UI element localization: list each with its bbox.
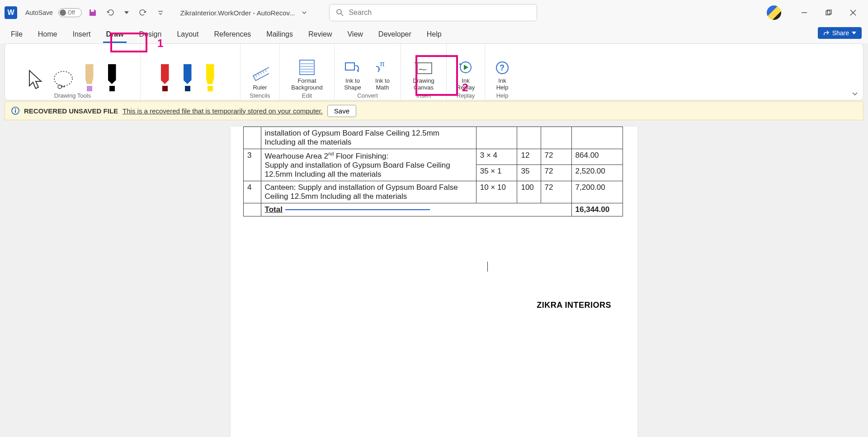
- cell-total-label[interactable]: Total: [261, 203, 571, 216]
- cell-rate[interactable]: [541, 127, 571, 149]
- cell-amt[interactable]: 864.00: [571, 149, 623, 165]
- cell-desc[interactable]: Canteen: Supply and installation of Gyps…: [261, 181, 476, 203]
- svg-point-27: [15, 108, 16, 109]
- tab-layout[interactable]: Layout: [175, 28, 200, 41]
- cell-rate[interactable]: 72: [541, 149, 571, 165]
- svg-rect-13: [300, 60, 314, 75]
- page-lines-icon: [298, 59, 316, 75]
- window-minimize[interactable]: [794, 4, 815, 22]
- save-button[interactable]: [87, 7, 98, 18]
- chevron-down-icon: [852, 31, 856, 35]
- pen-blue[interactable]: [179, 52, 197, 91]
- callout-number-2: 2: [462, 81, 468, 94]
- share-button[interactable]: Share: [818, 27, 862, 39]
- callout-number-1: 1: [157, 37, 163, 50]
- svg-text:π: π: [380, 60, 385, 68]
- msgbar-text[interactable]: This is a recovered file that is tempora…: [123, 107, 323, 115]
- info-icon: [11, 107, 19, 115]
- company-name[interactable]: ZIKRA INTERIORS: [243, 301, 625, 310]
- pen-black[interactable]: [103, 52, 121, 91]
- format-background-button[interactable]: Format Background: [285, 52, 329, 91]
- svg-rect-28: [15, 110, 16, 113]
- ink-to-shape-button[interactable]: Ink to Shape: [340, 52, 365, 91]
- title-bar: W AutoSave Off ZikraInterior.WorkOrder -…: [0, 0, 868, 25]
- svg-line-9: [258, 74, 259, 76]
- ink-to-math-button[interactable]: π Ink to Math: [370, 52, 395, 91]
- search-box[interactable]: Search: [329, 4, 537, 21]
- ruler-icon: [251, 64, 269, 82]
- tab-home[interactable]: Home: [36, 28, 59, 41]
- group-label-edit: Edit: [302, 92, 312, 99]
- undo-dropdown[interactable]: [123, 7, 130, 18]
- group-label-convert: Convert: [357, 92, 378, 99]
- window-restore[interactable]: [818, 4, 839, 22]
- cell-amt[interactable]: 7,200.00: [571, 181, 623, 203]
- lasso-tool[interactable]: [51, 52, 76, 91]
- window-close[interactable]: [843, 4, 863, 22]
- work-order-table[interactable]: installation of Gypsum Board False Ceili…: [243, 127, 623, 216]
- tab-developer[interactable]: Developer: [377, 28, 413, 41]
- cell-no[interactable]: 4: [244, 181, 261, 203]
- cell-desc[interactable]: Wearhouse Area 2nd Floor Finishing: Supp…: [261, 149, 476, 181]
- tab-view[interactable]: View: [345, 28, 364, 41]
- pen-red[interactable]: [156, 52, 174, 91]
- group-label-help: Help: [496, 92, 509, 99]
- cell-rate[interactable]: 72: [541, 165, 571, 181]
- tab-help[interactable]: Help: [425, 28, 443, 41]
- autosave-state: Off: [68, 9, 75, 16]
- autosave-toggle[interactable]: Off: [58, 8, 82, 17]
- user-avatar[interactable]: [767, 5, 781, 20]
- search-icon: [336, 9, 344, 17]
- cell-dim[interactable]: [476, 127, 517, 149]
- drawing-canvas-button[interactable]: Drawing Canvas: [406, 52, 441, 91]
- cell-qty[interactable]: [517, 127, 541, 149]
- svg-line-11: [263, 71, 264, 73]
- svg-point-5: [54, 71, 72, 86]
- tab-references[interactable]: References: [212, 28, 253, 41]
- cell-amt[interactable]: [571, 127, 623, 149]
- pen-tan-highlighter[interactable]: [80, 52, 99, 91]
- cell-no[interactable]: [244, 127, 261, 149]
- svg-rect-18: [345, 63, 354, 70]
- tab-file[interactable]: File: [9, 28, 24, 41]
- cell-no[interactable]: [244, 203, 261, 216]
- tab-insert[interactable]: Insert: [71, 28, 92, 41]
- cell-amt[interactable]: 2,520.00: [571, 165, 623, 181]
- msgbar-save-button[interactable]: Save: [327, 105, 356, 117]
- pen-yellow-highlighter[interactable]: [201, 52, 219, 91]
- tab-draw[interactable]: Draw: [104, 28, 125, 41]
- cell-dim[interactable]: 10 × 10: [476, 181, 517, 203]
- title-dropdown-icon[interactable]: [301, 9, 307, 16]
- recovered-file-bar: RECOVERED UNSAVED FILE This is a recover…: [5, 101, 863, 120]
- cell-qty[interactable]: 35: [517, 165, 541, 181]
- cell-qty[interactable]: 12: [517, 149, 541, 165]
- svg-rect-4: [827, 10, 831, 14]
- help-icon: ?: [495, 60, 510, 75]
- redo-button[interactable]: [137, 7, 148, 18]
- select-tool[interactable]: [24, 52, 46, 91]
- ribbon: Drawing Tools Ruler Stencils: [5, 43, 863, 100]
- document-area: installation of Gypsum Board False Ceili…: [0, 120, 868, 437]
- cell-qty[interactable]: 100: [517, 181, 541, 203]
- search-placeholder: Search: [349, 9, 372, 17]
- cell-desc[interactable]: installation of Gypsum Board False Ceili…: [261, 127, 476, 149]
- document-title: ZikraInterior.WorkOrder - AutoRecov...: [180, 9, 295, 17]
- cell-total-amount[interactable]: 16,344.00: [571, 203, 623, 216]
- tab-review[interactable]: Review: [307, 28, 334, 41]
- cell-dim[interactable]: 3 × 4: [476, 149, 517, 165]
- cell-dim[interactable]: 35 × 1: [476, 165, 517, 181]
- share-icon: [823, 30, 830, 36]
- cell-rate[interactable]: 72: [541, 181, 571, 203]
- cell-no[interactable]: 3: [244, 149, 261, 181]
- group-label-drawing-tools: Drawing Tools: [54, 92, 91, 99]
- ink-math-icon: π: [373, 60, 392, 75]
- svg-rect-3: [826, 11, 830, 15]
- undo-button[interactable]: [105, 7, 116, 18]
- tab-mailings[interactable]: Mailings: [264, 28, 295, 41]
- qat-customize[interactable]: [155, 7, 166, 18]
- ribbon-collapse-button[interactable]: [849, 44, 863, 100]
- ruler-button[interactable]: Ruler: [246, 52, 274, 91]
- svg-text:?: ?: [500, 63, 505, 72]
- page[interactable]: installation of Gypsum Board False Ceili…: [231, 127, 637, 437]
- ink-help-button[interactable]: ? Ink Help: [491, 52, 514, 91]
